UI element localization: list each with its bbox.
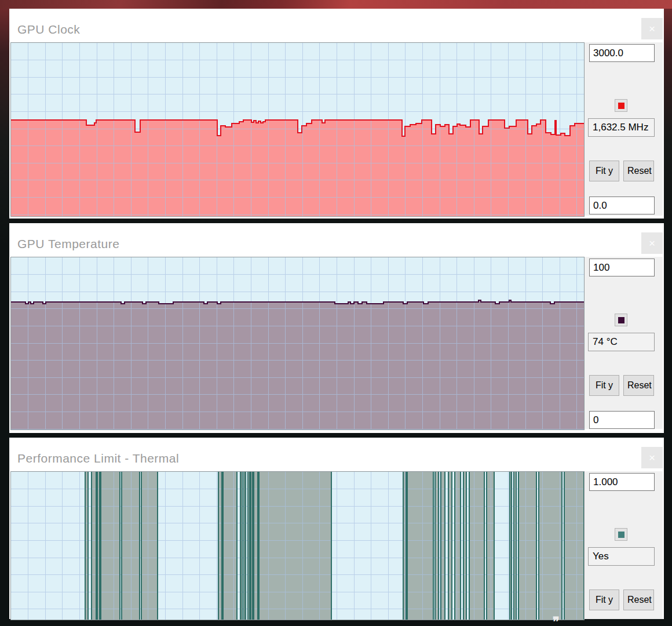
series-color-button[interactable] [615,528,627,541]
panel-title: GPU Clock [17,23,80,37]
performance-limit-chart[interactable] [10,471,585,620]
performance-limit-controls: Yes Fit y Reset [585,471,663,619]
panel-gpu-temperature: GPU Temperature × 74 °C Fit y Reset [9,223,664,433]
y-min-input[interactable] [589,411,655,429]
gpu-temperature-controls: 74 °C Fit y Reset [585,257,663,429]
panel-title: Performance Limit - Thermal [17,452,179,465]
y-max-input[interactable] [589,259,655,276]
desktop-wallpaper-band [0,0,672,9]
fit-y-button[interactable]: Fit y [589,375,619,396]
fit-y-button[interactable]: Fit y [589,589,619,610]
series-color-button[interactable] [615,99,627,112]
reset-button[interactable]: Reset [623,161,654,181]
reset-button[interactable]: Reset [623,375,654,396]
gpu-clock-chart[interactable] [10,42,585,217]
series-color-swatch [618,532,624,538]
y-max-input[interactable] [589,473,655,491]
panel-performance-limit-thermal: Performance Limit - Thermal × Yes Fit y … [9,438,664,619]
close-icon[interactable]: × [641,232,663,254]
gpu-temperature-chart[interactable] [10,257,585,430]
series-color-swatch [618,317,624,323]
current-value: Yes [588,547,655,566]
series-color-swatch [618,103,624,109]
gpu-clock-controls: 1,632.5 MHz Fit y Reset [585,42,663,216]
current-value: 74 °C [588,333,655,351]
y-min-input[interactable] [589,196,655,214]
close-icon[interactable]: × [641,447,663,468]
cropped-glyph: ❞ [553,614,560,626]
panel-title: GPU Temperature [17,237,119,251]
reset-button[interactable]: Reset [623,589,654,610]
panel-gpu-clock: GPU Clock × 1,632.5 MHz Fit y Reset [9,9,664,219]
fit-y-button[interactable]: Fit y [589,161,619,181]
current-value: 1,632.5 MHz [588,118,655,137]
y-max-input[interactable] [589,44,655,62]
series-color-button[interactable] [615,314,627,326]
close-icon[interactable]: × [641,18,663,39]
